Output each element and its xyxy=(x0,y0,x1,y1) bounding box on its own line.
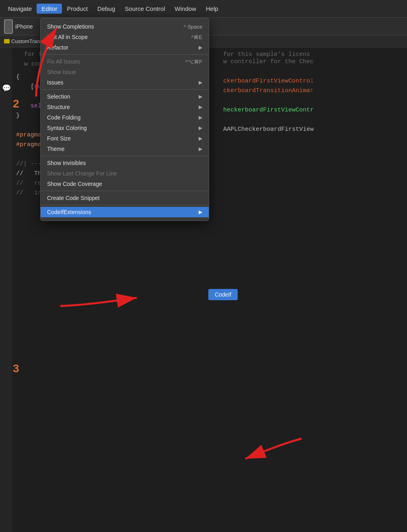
folder-icon xyxy=(4,39,10,43)
menu-edit-all-scope-shortcut: ^⌘E xyxy=(191,34,202,40)
menu-section-6: CodeIfExtensions ▶ xyxy=(41,205,209,219)
codeif-submenu[interactable]: CodeIf xyxy=(208,289,238,300)
menu-debug[interactable]: Debug xyxy=(92,4,120,14)
menu-window[interactable]: Window xyxy=(170,4,201,14)
menu-edit-all-scope-label: Edit All in Scope xyxy=(47,34,88,40)
menu-theme[interactable]: Theme ▶ xyxy=(41,144,209,154)
menu-bar: Navigate Editor Product Debug Source Con… xyxy=(0,0,407,18)
menu-fix-issues: Fix All Issues ^⌥⌘F xyxy=(41,56,209,67)
menu-section-2: Fix All Issues ^⌥⌘F Show Issue Issues ▶ xyxy=(41,55,209,90)
code-text-20: { xyxy=(16,72,20,82)
menu-structure[interactable]: Structure ▶ xyxy=(41,102,209,112)
menu-show-issue: Show Issue xyxy=(41,67,209,77)
menu-section-3: Selection ▶ Structure ▶ Code Folding ▶ S… xyxy=(41,90,209,156)
menu-source-control[interactable]: Source Control xyxy=(120,4,170,14)
menu-code-folding-label: Code Folding xyxy=(47,114,80,121)
menu-theme-label: Theme xyxy=(47,146,65,152)
menu-syntax-coloring[interactable]: Syntax Coloring ▶ xyxy=(41,123,209,133)
menu-edit-all-scope[interactable]: Edit All in Scope ^⌘E xyxy=(41,32,209,42)
menu-editor[interactable]: Editor xyxy=(37,4,62,14)
menu-fix-issues-shortcut: ^⌥⌘F xyxy=(185,59,202,65)
sidebar-strip: 💬 xyxy=(0,35,12,532)
menu-syntax-coloring-label: Syntax Coloring xyxy=(47,125,87,131)
device-label: iPhone xyxy=(15,23,33,30)
menu-show-completions-shortcut: ^ Space xyxy=(183,24,202,30)
device-selector[interactable]: iPhone xyxy=(4,19,33,34)
syntax-coloring-arrow-icon: ▶ xyxy=(199,125,202,131)
menu-create-snippet-label: Create Code Snippet xyxy=(47,195,100,201)
menu-help[interactable]: Help xyxy=(201,4,223,14)
code-folding-arrow-icon: ▶ xyxy=(199,115,202,120)
menu-show-last-change-label: Show Last Change For Line xyxy=(47,170,117,177)
menu-refactor-label: Refactor xyxy=(47,44,68,51)
dropdown-menu: Show Completions ^ Space Edit All in Sco… xyxy=(40,18,209,221)
font-size-arrow-icon: ▶ xyxy=(199,136,202,141)
menu-navigate[interactable]: Navigate xyxy=(3,4,37,14)
menu-issues[interactable]: Issues ▶ xyxy=(41,77,209,88)
refactor-arrow-icon: ▶ xyxy=(199,45,202,50)
menu-selection-label: Selection xyxy=(47,93,70,100)
menu-fix-issues-label: Fix All Issues xyxy=(47,58,80,65)
menu-show-invisibles-label: Show Invisibles xyxy=(47,160,86,166)
codeif-extensions-arrow-icon: ▶ xyxy=(199,209,202,215)
menu-codeif-extensions[interactable]: CodeIfExtensions ▶ xyxy=(41,207,209,217)
annotation-2: 2 xyxy=(13,97,19,110)
menu-section-5: Create Code Snippet xyxy=(41,191,209,205)
menu-selection[interactable]: Selection ▶ xyxy=(41,91,209,102)
code-text-24: } xyxy=(16,111,20,121)
menu-show-completions-label: Show Completions xyxy=(47,23,94,30)
iphone-icon xyxy=(4,19,13,34)
menu-codeif-extensions-label: CodeIfExtensions xyxy=(47,209,91,215)
theme-arrow-icon: ▶ xyxy=(199,146,202,152)
menu-font-size[interactable]: Font Size ▶ xyxy=(41,133,209,144)
menu-create-snippet[interactable]: Create Code Snippet xyxy=(41,193,209,203)
menu-product[interactable]: Product xyxy=(62,4,92,14)
menu-show-last-change: Show Last Change For Line xyxy=(41,168,209,179)
menu-show-code-coverage-label: Show Code Coverage xyxy=(47,181,102,187)
annotation-3: 3 xyxy=(13,362,19,375)
menu-show-issue-label: Show Issue xyxy=(47,69,76,75)
menu-code-folding[interactable]: Code Folding ▶ xyxy=(41,112,209,123)
structure-arrow-icon: ▶ xyxy=(199,104,202,110)
menu-refactor[interactable]: Refactor ▶ xyxy=(41,42,209,53)
menu-section-4: Show Invisibles Show Last Change For Lin… xyxy=(41,156,209,191)
chat-icon[interactable]: 💬 xyxy=(2,84,11,93)
menu-section-1: Show Completions ^ Space Edit All in Sco… xyxy=(41,20,209,55)
issues-arrow-icon: ▶ xyxy=(199,80,202,85)
menu-structure-label: Structure xyxy=(47,104,70,110)
menu-issues-label: Issues xyxy=(47,79,63,86)
menu-show-code-coverage[interactable]: Show Code Coverage xyxy=(41,179,209,189)
selection-arrow-icon: ▶ xyxy=(199,94,202,99)
menu-show-invisibles[interactable]: Show Invisibles xyxy=(41,158,209,168)
menu-show-completions[interactable]: Show Completions ^ Space xyxy=(41,21,209,32)
menu-font-size-label: Font Size xyxy=(47,135,71,142)
